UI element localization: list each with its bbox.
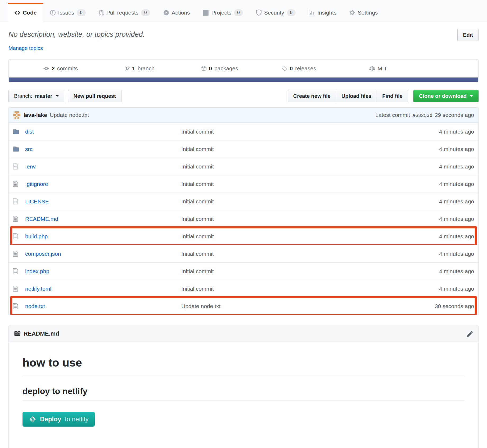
repo-description: No description, website, or topics provi… [8, 29, 145, 39]
file-browser: lava-lake Update node.txt Latest commit … [8, 107, 479, 315]
stat-commits[interactable]: 2 commits [21, 65, 100, 72]
file-time: 4 minutes ago [387, 198, 474, 205]
git-branch-icon [125, 65, 130, 72]
issues-count-badge: 0 [77, 9, 85, 16]
tab-code[interactable]: Code [8, 3, 43, 21]
pencil-icon[interactable] [467, 331, 473, 337]
commit-sha-link[interactable]: a63253d [412, 113, 432, 118]
tab-label: Actions [172, 10, 190, 16]
tab-security[interactable]: Security 0 [250, 3, 302, 21]
file-name-link[interactable]: composer.json [25, 251, 181, 257]
readme-box: README.md how to use deploy to netlify D… [8, 326, 479, 448]
tab-settings[interactable]: Settings [343, 3, 384, 21]
stats-row: 2 commits 1 branch 0 packages 0 releases… [9, 60, 478, 77]
deploy-to-netlify-button[interactable]: Deploy to netlify [22, 412, 95, 427]
file-name-link[interactable]: build.php [25, 233, 181, 240]
commit-message-link[interactable]: Initial commit [181, 129, 387, 135]
file-icon [13, 198, 18, 205]
new-pull-request-button[interactable]: New pull request [68, 90, 121, 102]
commit-message-link[interactable]: Initial commit [181, 181, 387, 187]
play-circle-icon [163, 10, 169, 16]
file-time: 4 minutes ago [387, 163, 474, 170]
table-row: .env Initial commit 4 minutes ago [9, 158, 478, 175]
clone-label: Clone or download [419, 93, 467, 99]
commit-message-link[interactable]: Initial commit [181, 286, 387, 292]
tab-actions[interactable]: Actions [157, 3, 197, 21]
find-file-button[interactable]: Find file [377, 90, 408, 102]
clone-or-download-button[interactable]: Clone or download [413, 90, 479, 102]
branch-select-button[interactable]: Branch: master [8, 90, 64, 102]
issue-opened-icon [50, 10, 56, 16]
tab-insights[interactable]: Insights [302, 3, 343, 21]
file-icon [13, 285, 18, 292]
file-icon [13, 233, 18, 240]
tab-pull-requests[interactable]: Pull requests 0 [92, 3, 157, 21]
commit-message-link[interactable]: Initial commit [181, 198, 387, 205]
stat-label: MIT [377, 65, 387, 72]
upload-files-button[interactable]: Upload files [336, 90, 377, 102]
tab-issues[interactable]: Issues 0 [43, 3, 92, 21]
readme-title: README.md [24, 330, 59, 337]
commit-message-link[interactable]: Initial commit [181, 146, 387, 152]
file-navigation: Branch: master New pull request Create n… [8, 90, 479, 102]
commit-time: 29 seconds ago [435, 112, 474, 118]
edit-description-button[interactable]: Edit [457, 29, 479, 41]
manage-topics-link[interactable]: Manage topics [8, 45, 43, 51]
repo-summary-box: 2 commits 1 branch 0 packages 0 releases… [8, 59, 479, 82]
stat-branches[interactable]: 1 branch [100, 65, 180, 72]
commit-author-link[interactable]: lava-lake [24, 112, 47, 118]
repo-tab-bar: Code Issues 0 Pull requests 0 Actions Pr… [0, 0, 487, 21]
latest-commit-header: lava-lake Update node.txt Latest commit … [9, 108, 478, 123]
table-row-highlighted: build.php Initial commit 4 minutes ago [9, 227, 478, 245]
branch-prefix: Branch: [14, 93, 32, 99]
file-name-link[interactable]: index.php [25, 268, 181, 275]
code-icon [15, 10, 20, 16]
file-icon [13, 163, 18, 170]
git-commit-icon [43, 65, 49, 72]
stat-license[interactable]: MIT [339, 65, 418, 72]
security-count-badge: 0 [287, 9, 296, 16]
netlify-logo-icon [29, 415, 36, 423]
tab-label: Settings [358, 10, 378, 16]
stat-packages[interactable]: 0 packages [180, 65, 259, 72]
file-time: 4 minutes ago [387, 146, 474, 152]
table-row: README.md Initial commit 4 minutes ago [9, 210, 478, 227]
tab-projects[interactable]: Projects 0 [196, 3, 249, 21]
file-name-link[interactable]: .env [25, 163, 181, 170]
projects-count-badge: 0 [234, 9, 243, 16]
pull-requests-count-badge: 0 [141, 9, 150, 16]
table-row: dist Initial commit 4 minutes ago [9, 123, 478, 140]
commit-message-link[interactable]: Update node.txt [50, 112, 89, 118]
commit-message-link[interactable]: Initial commit [181, 268, 387, 275]
commit-message-link[interactable]: Initial commit [181, 216, 387, 222]
project-icon [203, 10, 209, 16]
avatar[interactable] [13, 111, 20, 119]
graph-icon [309, 10, 315, 16]
shield-icon [256, 10, 261, 16]
language-bar[interactable] [9, 77, 478, 82]
latest-commit-label: Latest commit [375, 112, 410, 118]
file-name-link[interactable]: node.txt [25, 303, 181, 309]
table-row: LICENSE Initial commit 4 minutes ago [9, 193, 478, 210]
file-name-link[interactable]: netlify.toml [25, 286, 181, 292]
file-name-link[interactable]: .gitignore [25, 181, 181, 187]
file-name-link[interactable]: README.md [25, 216, 181, 222]
create-new-file-button[interactable]: Create new file [288, 90, 336, 102]
tag-icon [281, 65, 287, 72]
file-name-link[interactable]: src [25, 146, 181, 152]
commit-message-link[interactable]: Initial commit [181, 233, 387, 240]
file-name-link[interactable]: LICENSE [25, 198, 181, 205]
stat-releases[interactable]: 0 releases [259, 65, 339, 72]
branch-name: master [35, 93, 52, 99]
file-time: 4 minutes ago [387, 268, 474, 275]
file-name-link[interactable]: dist [25, 129, 181, 135]
stat-count: 0 [209, 65, 212, 72]
file-time: 4 minutes ago [387, 181, 474, 187]
tab-label: Projects [211, 10, 231, 16]
commit-message-link[interactable]: Initial commit [181, 251, 387, 257]
table-row: netlify.toml Initial commit 4 minutes ag… [9, 280, 478, 297]
git-pull-request-icon [99, 10, 104, 16]
commit-message-link[interactable]: Update node.txt [181, 303, 387, 309]
commit-message-link[interactable]: Initial commit [181, 163, 387, 170]
dropdown-caret-icon [56, 95, 59, 97]
